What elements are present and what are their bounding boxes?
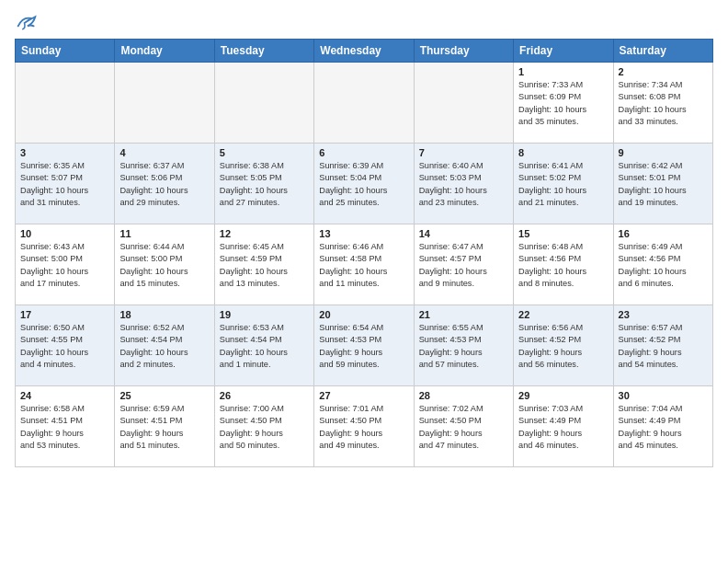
day-info: Sunrise: 7:34 AM Sunset: 6:08 PM Dayligh… [619,79,708,128]
calendar-cell: 3Sunrise: 6:35 AM Sunset: 5:07 PM Daylig… [16,144,115,224]
day-info: Sunrise: 7:02 AM Sunset: 4:50 PM Dayligh… [419,403,508,452]
day-number: 12 [220,228,309,239]
calendar-cell: 15Sunrise: 6:48 AM Sunset: 4:56 PM Dayli… [514,224,613,305]
day-info: Sunrise: 6:52 AM Sunset: 4:54 PM Dayligh… [119,322,209,371]
day-info: Sunrise: 7:03 AM Sunset: 4:49 PM Dayligh… [518,403,608,452]
day-number: 11 [119,228,209,239]
day-number: 27 [319,390,408,401]
calendar-cell: 26Sunrise: 7:00 AM Sunset: 4:50 PM Dayli… [214,386,313,467]
day-number: 18 [119,309,209,320]
day-info: Sunrise: 6:40 AM Sunset: 5:03 PM Dayligh… [419,160,508,209]
day-info: Sunrise: 6:54 AM Sunset: 4:53 PM Dayligh… [319,322,408,371]
calendar-cell: 5Sunrise: 6:38 AM Sunset: 5:05 PM Daylig… [214,144,313,224]
day-number: 25 [119,390,209,401]
calendar-cell: 22Sunrise: 6:56 AM Sunset: 4:52 PM Dayli… [514,305,613,386]
calendar-week-row: 1Sunrise: 7:33 AM Sunset: 6:09 PM Daylig… [16,63,713,144]
day-number: 29 [518,390,608,401]
day-info: Sunrise: 6:44 AM Sunset: 5:00 PM Dayligh… [119,241,209,290]
day-info: Sunrise: 7:00 AM Sunset: 4:50 PM Dayligh… [220,403,309,452]
day-number: 22 [518,309,608,320]
day-info: Sunrise: 6:48 AM Sunset: 4:56 PM Dayligh… [518,241,608,290]
weekday-header-tuesday: Tuesday [214,40,313,63]
calendar-cell [214,63,313,144]
day-number: 4 [119,147,209,158]
day-number: 1 [518,66,608,77]
day-number: 30 [619,390,708,401]
day-info: Sunrise: 6:41 AM Sunset: 5:02 PM Dayligh… [518,160,608,209]
calendar-cell: 23Sunrise: 6:57 AM Sunset: 4:52 PM Dayli… [613,305,712,386]
calendar-cell: 17Sunrise: 6:50 AM Sunset: 4:55 PM Dayli… [16,305,115,386]
calendar-cell: 19Sunrise: 6:53 AM Sunset: 4:54 PM Dayli… [214,305,313,386]
day-info: Sunrise: 6:49 AM Sunset: 4:56 PM Dayligh… [619,241,708,290]
calendar-cell: 14Sunrise: 6:47 AM Sunset: 4:57 PM Dayli… [414,224,513,305]
day-info: Sunrise: 6:38 AM Sunset: 5:05 PM Dayligh… [220,160,309,209]
header [15,11,713,31]
day-number: 19 [220,309,309,320]
day-number: 15 [518,228,608,239]
calendar-week-row: 24Sunrise: 6:58 AM Sunset: 4:51 PM Dayli… [16,386,713,467]
day-number: 21 [419,309,508,320]
day-number: 9 [619,147,708,158]
calendar-cell: 30Sunrise: 7:04 AM Sunset: 4:49 PM Dayli… [613,386,712,467]
calendar-cell [16,63,115,144]
day-info: Sunrise: 6:47 AM Sunset: 4:57 PM Dayligh… [419,241,508,290]
logo [15,15,37,31]
day-info: Sunrise: 6:39 AM Sunset: 5:04 PM Dayligh… [319,160,408,209]
day-info: Sunrise: 6:37 AM Sunset: 5:06 PM Dayligh… [119,160,209,209]
day-info: Sunrise: 6:55 AM Sunset: 4:53 PM Dayligh… [419,322,508,371]
day-number: 3 [20,147,109,158]
day-info: Sunrise: 6:50 AM Sunset: 4:55 PM Dayligh… [20,322,109,371]
calendar-week-row: 17Sunrise: 6:50 AM Sunset: 4:55 PM Dayli… [16,305,713,386]
day-number: 13 [319,228,408,239]
weekday-header-friday: Friday [514,40,613,63]
calendar-cell: 8Sunrise: 6:41 AM Sunset: 5:02 PM Daylig… [514,144,613,224]
calendar-cell [314,63,414,144]
day-number: 8 [518,147,608,158]
calendar-cell: 2Sunrise: 7:34 AM Sunset: 6:08 PM Daylig… [613,63,712,144]
day-number: 20 [319,309,408,320]
calendar-cell: 28Sunrise: 7:02 AM Sunset: 4:50 PM Dayli… [414,386,513,467]
day-number: 28 [419,390,508,401]
day-info: Sunrise: 6:56 AM Sunset: 4:52 PM Dayligh… [518,322,608,371]
calendar-cell: 29Sunrise: 7:03 AM Sunset: 4:49 PM Dayli… [514,386,613,467]
day-number: 10 [20,228,109,239]
day-number: 24 [20,390,109,401]
day-info: Sunrise: 6:59 AM Sunset: 4:51 PM Dayligh… [119,403,209,452]
day-number: 6 [319,147,408,158]
calendar-cell: 12Sunrise: 6:45 AM Sunset: 4:59 PM Dayli… [214,224,313,305]
calendar-cell: 13Sunrise: 6:46 AM Sunset: 4:58 PM Dayli… [314,224,414,305]
calendar-cell [115,63,214,144]
day-number: 2 [619,66,708,77]
calendar-table: SundayMondayTuesdayWednesdayThursdayFrid… [15,39,713,467]
calendar-cell: 16Sunrise: 6:49 AM Sunset: 4:56 PM Dayli… [613,224,712,305]
day-info: Sunrise: 6:57 AM Sunset: 4:52 PM Dayligh… [619,322,708,371]
calendar-cell: 24Sunrise: 6:58 AM Sunset: 4:51 PM Dayli… [16,386,115,467]
page: SundayMondayTuesdayWednesdayThursdayFrid… [0,0,728,563]
day-info: Sunrise: 6:42 AM Sunset: 5:01 PM Dayligh… [619,160,708,209]
logo-bird-icon [17,15,37,31]
calendar-cell: 18Sunrise: 6:52 AM Sunset: 4:54 PM Dayli… [115,305,214,386]
day-info: Sunrise: 6:35 AM Sunset: 5:07 PM Dayligh… [20,160,109,209]
day-number: 23 [619,309,708,320]
day-info: Sunrise: 6:58 AM Sunset: 4:51 PM Dayligh… [20,403,109,452]
weekday-header-saturday: Saturday [613,40,712,63]
weekday-header-thursday: Thursday [414,40,513,63]
weekday-header-sunday: Sunday [16,40,115,63]
day-info: Sunrise: 6:53 AM Sunset: 4:54 PM Dayligh… [220,322,309,371]
weekday-header-row: SundayMondayTuesdayWednesdayThursdayFrid… [16,40,713,63]
day-info: Sunrise: 7:01 AM Sunset: 4:50 PM Dayligh… [319,403,408,452]
calendar-cell: 21Sunrise: 6:55 AM Sunset: 4:53 PM Dayli… [414,305,513,386]
calendar-cell: 11Sunrise: 6:44 AM Sunset: 5:00 PM Dayli… [115,224,214,305]
day-info: Sunrise: 6:45 AM Sunset: 4:59 PM Dayligh… [220,241,309,290]
day-number: 5 [220,147,309,158]
calendar-cell: 7Sunrise: 6:40 AM Sunset: 5:03 PM Daylig… [414,144,513,224]
day-info: Sunrise: 7:04 AM Sunset: 4:49 PM Dayligh… [619,403,708,452]
weekday-header-monday: Monday [115,40,214,63]
day-info: Sunrise: 6:43 AM Sunset: 5:00 PM Dayligh… [20,241,109,290]
calendar-cell: 4Sunrise: 6:37 AM Sunset: 5:06 PM Daylig… [115,144,214,224]
day-info: Sunrise: 6:46 AM Sunset: 4:58 PM Dayligh… [319,241,408,290]
day-number: 7 [419,147,508,158]
calendar-cell [414,63,513,144]
weekday-header-wednesday: Wednesday [314,40,414,63]
calendar-cell: 10Sunrise: 6:43 AM Sunset: 5:00 PM Dayli… [16,224,115,305]
